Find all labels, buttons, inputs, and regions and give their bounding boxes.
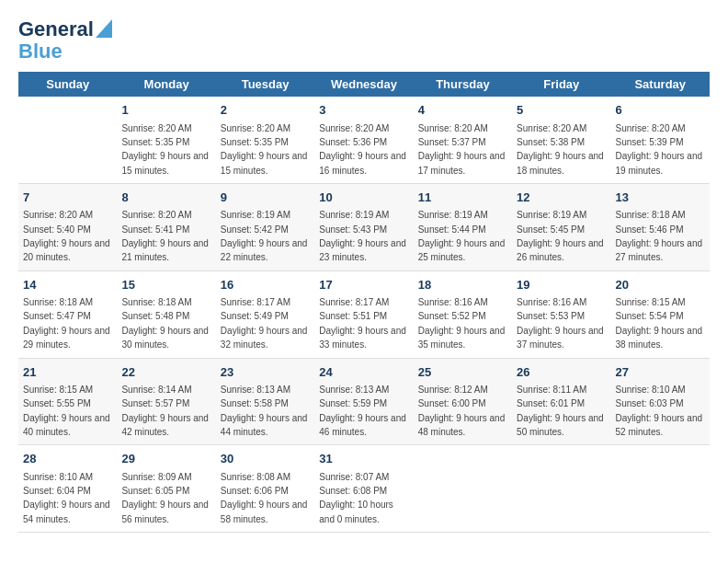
calendar-cell: 3 Sunrise: 8:20 AMSunset: 5:36 PMDayligh… (314, 97, 413, 183)
day-number: 23 (221, 364, 310, 381)
day-info: Sunrise: 8:20 AMSunset: 5:37 PMDaylight:… (418, 123, 506, 176)
day-number: 2 (221, 102, 310, 119)
day-info: Sunrise: 8:11 AMSunset: 6:01 PMDaylight:… (517, 385, 604, 437)
day-info: Sunrise: 8:10 AMSunset: 6:04 PMDaylight:… (23, 472, 110, 524)
calendar-cell (512, 445, 610, 533)
day-number: 14 (23, 277, 112, 293)
week-row-0: 1 Sunrise: 8:20 AMSunset: 5:35 PMDayligh… (18, 97, 710, 183)
day-info: Sunrise: 8:17 AMSunset: 5:51 PMDaylight:… (319, 297, 406, 350)
day-number: 12 (517, 190, 606, 206)
calendar-cell: 17 Sunrise: 8:17 AMSunset: 5:51 PMDaylig… (314, 270, 413, 358)
day-info: Sunrise: 8:20 AMSunset: 5:35 PMDaylight:… (221, 123, 308, 176)
svg-marker-0 (96, 19, 112, 38)
day-number: 6 (616, 102, 705, 119)
day-info: Sunrise: 8:19 AMSunset: 5:44 PMDaylight:… (418, 210, 506, 262)
calendar-cell: 22 Sunrise: 8:14 AMSunset: 5:57 PMDaylig… (117, 358, 215, 445)
page-header: General Blue (18, 18, 710, 63)
logo-text-line1: General (18, 18, 94, 40)
day-info: Sunrise: 8:20 AMSunset: 5:38 PMDaylight:… (517, 123, 604, 176)
calendar-cell: 8 Sunrise: 8:20 AMSunset: 5:41 PMDayligh… (117, 184, 215, 271)
day-number: 5 (517, 102, 606, 119)
day-number: 11 (418, 190, 507, 206)
weekday-header-tuesday: Tuesday (216, 72, 314, 97)
calendar-cell: 29 Sunrise: 8:09 AMSunset: 6:05 PMDaylig… (117, 445, 215, 533)
day-number: 16 (221, 277, 310, 293)
day-number: 18 (418, 277, 507, 293)
day-info: Sunrise: 8:13 AMSunset: 5:59 PMDaylight:… (319, 385, 406, 437)
weekday-header-sunday: Sunday (18, 72, 117, 97)
day-number: 28 (23, 451, 112, 467)
calendar-cell (18, 97, 117, 183)
day-info: Sunrise: 8:17 AMSunset: 5:49 PMDaylight:… (221, 297, 308, 350)
weekday-header-monday: Monday (117, 72, 215, 97)
day-number: 27 (616, 364, 705, 381)
week-row-1: 7 Sunrise: 8:20 AMSunset: 5:40 PMDayligh… (18, 184, 710, 271)
day-info: Sunrise: 8:15 AMSunset: 5:55 PMDaylight:… (23, 385, 110, 437)
logo-text-line2: Blue (18, 40, 63, 63)
week-row-4: 28 Sunrise: 8:10 AMSunset: 6:04 PMDaylig… (18, 445, 710, 533)
day-info: Sunrise: 8:13 AMSunset: 5:58 PMDaylight:… (221, 385, 308, 437)
calendar-cell: 20 Sunrise: 8:15 AMSunset: 5:54 PMDaylig… (611, 270, 710, 358)
day-info: Sunrise: 8:09 AMSunset: 6:05 PMDaylight:… (121, 472, 209, 524)
calendar-cell: 5 Sunrise: 8:20 AMSunset: 5:38 PMDayligh… (512, 97, 610, 183)
logo: General Blue (18, 18, 112, 63)
day-number: 7 (23, 190, 112, 206)
weekday-header-friday: Friday (512, 72, 610, 97)
day-number: 20 (616, 277, 705, 293)
day-number: 22 (121, 364, 210, 381)
calendar-cell: 10 Sunrise: 8:19 AMSunset: 5:43 PMDaylig… (314, 184, 413, 271)
day-info: Sunrise: 8:20 AMSunset: 5:36 PMDaylight:… (319, 123, 406, 176)
day-number: 10 (319, 190, 408, 206)
calendar-cell: 12 Sunrise: 8:19 AMSunset: 5:45 PMDaylig… (512, 184, 610, 271)
day-number: 24 (319, 364, 408, 381)
day-number: 30 (221, 451, 310, 467)
day-number: 15 (121, 277, 210, 293)
calendar-cell: 7 Sunrise: 8:20 AMSunset: 5:40 PMDayligh… (18, 184, 117, 271)
weekday-header-wednesday: Wednesday (314, 72, 413, 97)
day-info: Sunrise: 8:10 AMSunset: 6:03 PMDaylight:… (616, 385, 703, 437)
day-number: 4 (418, 102, 507, 119)
day-info: Sunrise: 8:08 AMSunset: 6:06 PMDaylight:… (221, 472, 308, 524)
day-number: 17 (319, 277, 408, 293)
day-number: 31 (319, 451, 408, 467)
day-number: 9 (221, 190, 310, 206)
day-info: Sunrise: 8:14 AMSunset: 5:57 PMDaylight:… (121, 385, 209, 437)
calendar-cell: 21 Sunrise: 8:15 AMSunset: 5:55 PMDaylig… (18, 358, 117, 445)
day-info: Sunrise: 8:20 AMSunset: 5:35 PMDaylight:… (121, 123, 209, 176)
calendar-cell: 27 Sunrise: 8:10 AMSunset: 6:03 PMDaylig… (611, 358, 710, 445)
day-info: Sunrise: 8:16 AMSunset: 5:52 PMDaylight:… (418, 297, 506, 350)
calendar-cell: 25 Sunrise: 8:12 AMSunset: 6:00 PMDaylig… (414, 358, 512, 445)
calendar-cell: 4 Sunrise: 8:20 AMSunset: 5:37 PMDayligh… (414, 97, 512, 183)
calendar-cell (414, 445, 512, 533)
calendar-cell: 30 Sunrise: 8:08 AMSunset: 6:06 PMDaylig… (216, 445, 314, 533)
day-info: Sunrise: 8:19 AMSunset: 5:42 PMDaylight:… (221, 210, 308, 262)
day-number: 8 (121, 190, 210, 206)
calendar-cell: 26 Sunrise: 8:11 AMSunset: 6:01 PMDaylig… (512, 358, 610, 445)
calendar-cell: 24 Sunrise: 8:13 AMSunset: 5:59 PMDaylig… (314, 358, 413, 445)
calendar-cell: 23 Sunrise: 8:13 AMSunset: 5:58 PMDaylig… (216, 358, 314, 445)
day-info: Sunrise: 8:18 AMSunset: 5:46 PMDaylight:… (616, 210, 703, 262)
calendar-cell: 18 Sunrise: 8:16 AMSunset: 5:52 PMDaylig… (414, 270, 512, 358)
day-number: 25 (418, 364, 507, 381)
day-number: 13 (616, 190, 705, 206)
calendar-cell: 11 Sunrise: 8:19 AMSunset: 5:44 PMDaylig… (414, 184, 512, 271)
calendar-cell: 14 Sunrise: 8:18 AMSunset: 5:47 PMDaylig… (18, 270, 117, 358)
day-info: Sunrise: 8:20 AMSunset: 5:40 PMDaylight:… (23, 210, 110, 262)
calendar-cell: 28 Sunrise: 8:10 AMSunset: 6:04 PMDaylig… (18, 445, 117, 533)
logo-icon (96, 19, 112, 38)
day-info: Sunrise: 8:16 AMSunset: 5:53 PMDaylight:… (517, 297, 604, 350)
day-info: Sunrise: 8:12 AMSunset: 6:00 PMDaylight:… (418, 385, 506, 437)
day-info: Sunrise: 8:20 AMSunset: 5:39 PMDaylight:… (616, 123, 703, 176)
day-number: 29 (121, 451, 210, 467)
day-info: Sunrise: 8:07 AMSunset: 6:08 PMDaylight:… (319, 472, 393, 524)
weekday-header-thursday: Thursday (414, 72, 512, 97)
day-number: 19 (517, 277, 606, 293)
calendar-cell: 2 Sunrise: 8:20 AMSunset: 5:35 PMDayligh… (216, 97, 314, 183)
day-info: Sunrise: 8:19 AMSunset: 5:43 PMDaylight:… (319, 210, 406, 262)
day-number: 3 (319, 102, 408, 119)
calendar-table: SundayMondayTuesdayWednesdayThursdayFrid… (18, 72, 710, 533)
day-info: Sunrise: 8:15 AMSunset: 5:54 PMDaylight:… (616, 297, 703, 350)
calendar-cell: 19 Sunrise: 8:16 AMSunset: 5:53 PMDaylig… (512, 270, 610, 358)
calendar-cell: 13 Sunrise: 8:18 AMSunset: 5:46 PMDaylig… (611, 184, 710, 271)
week-row-2: 14 Sunrise: 8:18 AMSunset: 5:47 PMDaylig… (18, 270, 710, 358)
